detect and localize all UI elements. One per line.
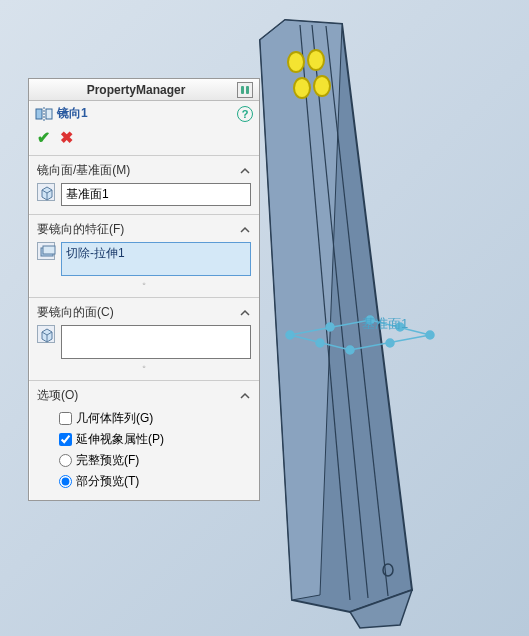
svg-rect-22 [246,86,249,94]
section-header-faces[interactable]: 要镜向的面(C) [37,304,251,321]
svg-rect-21 [241,86,244,94]
chevron-up-icon [239,307,251,319]
section-label: 要镜向的面(C) [37,304,114,321]
resize-grip[interactable]: ◦ [37,361,251,372]
option-partial-preview[interactable]: 部分预览(T) [37,471,251,492]
svg-marker-0 [260,20,412,612]
svg-point-18 [386,339,394,347]
help-icon[interactable]: ? [237,106,253,122]
cube-icon[interactable] [37,183,55,201]
feature-icon[interactable] [37,242,55,260]
svg-line-3 [312,25,368,598]
mirror-icon [35,106,53,122]
chevron-up-icon [239,224,251,236]
ok-button[interactable]: ✔ [37,128,50,147]
svg-marker-11 [290,320,430,350]
svg-point-5 [288,52,304,72]
svg-point-8 [314,76,330,96]
option-full-preview[interactable]: 完整预览(F) [37,450,251,471]
pin-icon[interactable] [237,82,253,98]
chevron-up-icon [239,390,251,402]
option-propagate-visual[interactable]: 延伸视象属性(P) [37,429,251,450]
option-label: 完整预览(F) [76,452,139,469]
mirror-plane-input[interactable]: 基准面1 [61,183,251,206]
svg-line-4 [326,26,388,596]
pm-title: PropertyManager [35,83,237,97]
mirror-plane-value: 基准面1 [66,187,109,201]
features-value: 切除-拉伸1 [66,246,125,260]
svg-line-2 [300,25,350,600]
section-options: 选项(O) 几何体阵列(G) 延伸视象属性(P) 完整预览(F) 部分预览(T) [29,380,259,500]
svg-point-15 [346,346,354,354]
section-features-to-mirror: 要镜向的特征(F) 切除-拉伸1 ◦ [29,214,259,297]
pm-titlebar: PropertyManager [29,79,259,101]
full-preview-radio[interactable] [59,454,72,467]
faces-list-input[interactable] [61,325,251,359]
partial-preview-radio[interactable] [59,475,72,488]
section-label: 选项(O) [37,387,78,404]
svg-marker-10 [350,590,412,628]
resize-grip[interactable]: ◦ [37,278,251,289]
section-faces-to-mirror: 要镜向的面(C) ◦ [29,297,259,380]
feature-header: 镜向1 ? [29,101,259,124]
svg-point-19 [316,339,324,347]
svg-point-17 [396,323,404,331]
svg-rect-29 [43,246,55,254]
cube-icon[interactable] [37,325,55,343]
svg-point-6 [308,50,324,70]
section-label: 要镜向的特征(F) [37,221,124,238]
property-manager-panel: PropertyManager 镜向1 ? ✔ ✖ 镜向面/基准面(M) [28,78,260,501]
svg-rect-23 [36,109,42,119]
features-list-input[interactable]: 切除-拉伸1 [61,242,251,276]
option-label: 几何体阵列(G) [76,410,153,427]
svg-point-16 [326,323,334,331]
svg-text:基准面1: 基准面1 [362,316,408,331]
svg-rect-25 [46,109,52,119]
option-label: 部分预览(T) [76,473,139,490]
svg-point-7 [294,78,310,98]
section-label: 镜向面/基准面(M) [37,162,130,179]
chevron-up-icon [239,165,251,177]
feature-name: 镜向1 [57,105,88,122]
section-mirror-plane: 镜向面/基准面(M) 基准面1 [29,155,259,214]
section-header-mirror-plane[interactable]: 镜向面/基准面(M) [37,162,251,179]
geometry-pattern-checkbox[interactable] [59,412,72,425]
section-header-features[interactable]: 要镜向的特征(F) [37,221,251,238]
option-geometry-pattern[interactable]: 几何体阵列(G) [37,408,251,429]
cancel-button[interactable]: ✖ [60,128,73,147]
propagate-visual-checkbox[interactable] [59,433,72,446]
svg-point-14 [426,331,434,339]
svg-marker-1 [260,20,342,600]
svg-point-13 [366,316,374,324]
ok-cancel-row: ✔ ✖ [29,124,259,155]
svg-point-12 [286,331,294,339]
section-header-options[interactable]: 选项(O) [37,387,251,404]
svg-point-9 [383,564,393,576]
option-label: 延伸视象属性(P) [76,431,164,448]
